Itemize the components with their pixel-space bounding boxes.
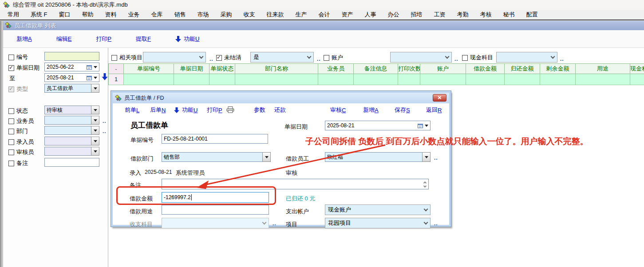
menu-item[interactable]: 考勤 (451, 10, 474, 20)
menu-item[interactable]: 常用 (2, 10, 25, 20)
menu-item[interactable]: 配置 (521, 10, 544, 20)
related-project-more-button[interactable]: .. (209, 56, 213, 62)
table-header-cell[interactable]: 现金科目 (630, 64, 644, 74)
bill-no-input[interactable]: FD-25-08-21-0001 (162, 134, 268, 144)
dialog-function-button[interactable]: 功能U (174, 106, 198, 114)
amount-input[interactable]: -1269997.2 (162, 192, 269, 203)
cash-subject-checkbox[interactable] (462, 55, 468, 61)
remark-scroll-buttons[interactable] (424, 181, 427, 187)
menu-item[interactable]: 销售 (169, 10, 192, 20)
menu-item[interactable]: 帮助 (76, 10, 99, 20)
date-dropdown-icon[interactable] (94, 66, 97, 68)
salesman-dropdown-button[interactable] (91, 116, 99, 125)
date-to-input[interactable]: 2025-08-21 (44, 73, 99, 82)
status-checkbox[interactable] (8, 108, 14, 114)
table-row[interactable]: 1 (109, 74, 644, 85)
dept-more-button[interactable]: .. (103, 128, 107, 134)
menu-item[interactable]: 办公 (382, 10, 405, 20)
repay-button[interactable]: 还款 (274, 106, 286, 114)
dept-checkbox[interactable] (8, 129, 14, 134)
inout-subject-more-button[interactable]: .. (273, 220, 277, 227)
dialog-print-button[interactable]: 打印P (207, 106, 222, 114)
menu-item[interactable]: 仓库 (146, 10, 169, 20)
menu-item[interactable]: 秘书 (498, 10, 521, 20)
dialog-titlebar[interactable]: 员工借款单 / FD (113, 93, 449, 103)
cash-subject-more-button[interactable]: .. (560, 56, 564, 62)
related-project-select[interactable] (143, 52, 206, 63)
save-button[interactable]: 保存S (395, 106, 410, 114)
date-dropdown-icon[interactable] (94, 77, 97, 79)
entry-clerk-dropdown-button[interactable] (91, 137, 99, 145)
date-from-input[interactable]: 2025-06-22 (44, 63, 99, 71)
menu-item[interactable]: 资料 (99, 10, 122, 20)
menu-item[interactable]: 人事 (359, 10, 382, 20)
account-select[interactable] (390, 52, 452, 63)
borrow-emp-dropdown-button[interactable] (423, 152, 431, 162)
no-checkbox[interactable] (8, 55, 14, 60)
account-checkbox[interactable] (324, 55, 329, 61)
borrow-emp-select[interactable]: 欧红福 (325, 152, 431, 162)
table-header-cell[interactable]: 业务员 (318, 64, 354, 74)
remark-input[interactable] (44, 158, 99, 167)
extract-button[interactable]: 提取F (136, 35, 151, 43)
dlg-remark-textarea[interactable] (162, 179, 429, 189)
params-button[interactable]: 参数 (254, 106, 265, 114)
salesman-checkbox[interactable] (8, 118, 14, 124)
type-select[interactable]: 员工借款单 (44, 84, 91, 93)
borrow-emp-more-button[interactable]: .. (434, 155, 438, 161)
table-header-cell[interactable]: 剩余金额 (540, 64, 576, 74)
apply-filter-arrow-icon[interactable] (102, 73, 108, 80)
menu-item[interactable]: 工资 (428, 10, 451, 20)
salesman-select[interactable] (44, 116, 91, 125)
menu-item[interactable]: 会计 (313, 10, 336, 20)
menu-item[interactable]: 资产 (336, 10, 359, 20)
menu-item[interactable]: 窗口 (53, 10, 76, 20)
printer-icon[interactable] (226, 106, 234, 113)
cash-subject-select[interactable] (496, 52, 557, 63)
auditor-checkbox[interactable] (8, 149, 14, 155)
menu-item[interactable]: 收支 (238, 10, 261, 20)
menu-item[interactable]: 采购 (215, 10, 238, 20)
edit-button[interactable]: 编辑E (56, 35, 72, 43)
project-more-button[interactable]: .. (434, 220, 438, 227)
date-from-checkbox[interactable] (8, 65, 14, 71)
menu-item[interactable]: 生产 (290, 10, 313, 20)
menu-item[interactable]: 往来款 (261, 10, 290, 20)
date-dropdown-icon[interactable] (425, 125, 428, 127)
type-dropdown-button[interactable] (91, 84, 99, 93)
table-header-cell[interactable]: 用途 (576, 64, 630, 74)
purpose-input[interactable] (162, 205, 269, 215)
table-header-cell[interactable]: 备注信息 (354, 64, 398, 74)
table-header-cell[interactable]: 打印次数 (398, 64, 420, 74)
unsettled-select[interactable]: 是 (250, 52, 314, 63)
entry-clerk-checkbox[interactable] (8, 139, 14, 145)
dept-select[interactable] (44, 126, 91, 135)
function-button[interactable]: 功能U (175, 35, 199, 43)
print-button[interactable]: 打印P (96, 35, 111, 43)
table-header-cell[interactable]: 单据日期 (174, 64, 209, 74)
unsettled-more-button[interactable]: .. (317, 56, 321, 62)
table-header-cell[interactable]: 归还金额 (505, 64, 540, 74)
prev-record-button[interactable]: 前单L (125, 106, 139, 114)
remark-checkbox[interactable] (8, 161, 14, 166)
dept-dropdown-button[interactable] (91, 126, 99, 135)
auditor-select[interactable] (44, 147, 91, 156)
menu-item[interactable]: 招培 (405, 10, 428, 20)
bill-date-input[interactable]: 2025-08-21 (325, 121, 431, 130)
table-header-cell[interactable]: - (109, 64, 124, 74)
back-button[interactable]: 返回R (426, 106, 442, 114)
menu-item[interactable]: 系统 F (25, 10, 53, 20)
no-input[interactable] (44, 52, 99, 61)
menu-item[interactable]: 考核 (474, 10, 498, 20)
close-icon[interactable] (433, 94, 446, 102)
next-record-button[interactable]: 后单N (150, 106, 166, 114)
table-header-cell[interactable]: 借款金额 (466, 64, 505, 74)
menu-item[interactable]: 业务 (122, 10, 146, 20)
borrow-dept-select[interactable]: 销售部 (162, 152, 271, 162)
table-header-cell[interactable]: 单据状态 (209, 64, 235, 74)
salesman-more-button[interactable]: .. (103, 118, 107, 124)
table-header-cell[interactable]: 账户 (420, 64, 466, 74)
auditor-dropdown-button[interactable] (91, 147, 99, 156)
project-select[interactable]: 花园项目 (325, 218, 431, 228)
borrow-dept-dropdown-button[interactable] (263, 152, 271, 162)
